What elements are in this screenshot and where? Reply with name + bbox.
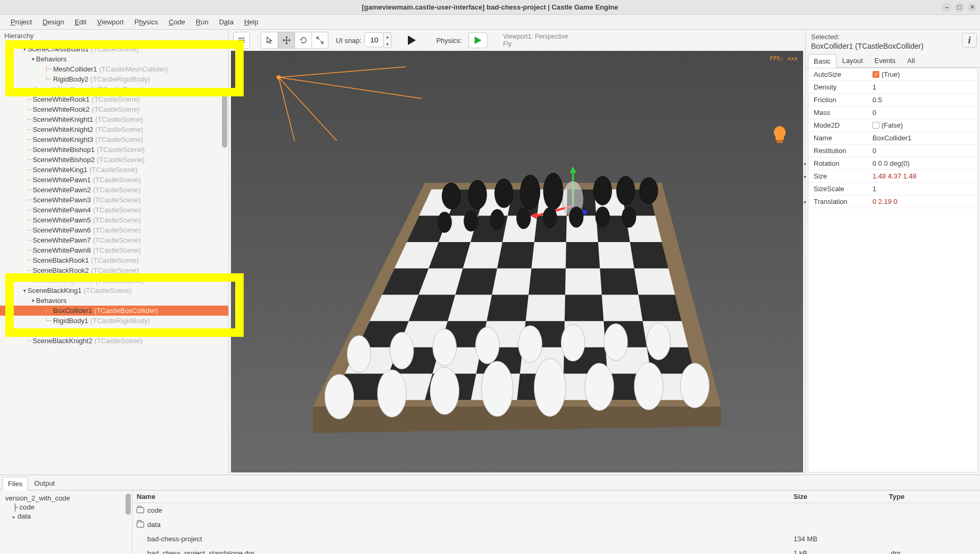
tree-item[interactable]: ─SceneWhitePawn8(TCastleScene) <box>0 245 228 255</box>
property-row[interactable]: ▸Rotation0 0 0 deg(0) <box>808 157 977 170</box>
menu-physics[interactable]: Physics <box>129 16 164 28</box>
tree-item[interactable]: ─SceneWhiteKnight3(TCastleScene) <box>0 135 228 145</box>
property-row[interactable]: AutoSize✓ (True) <box>808 68 977 81</box>
property-row[interactable]: ▸Size1.48 4.37 1.48 <box>808 170 977 183</box>
tree-item[interactable]: ▾Behaviors <box>0 54 228 64</box>
svg-point-52 <box>495 179 513 208</box>
viewport-3d[interactable]: FPS: xxx <box>231 51 803 472</box>
tree-item[interactable]: ▾SceneBlackKing1(TCastleScene) <box>0 285 228 296</box>
snap-step-down[interactable]: ▼ <box>384 40 391 48</box>
play-button[interactable] <box>403 32 420 49</box>
hierarchy-scrollbar[interactable] <box>222 90 227 148</box>
rotate-tool-button[interactable] <box>295 32 311 49</box>
tab-files[interactable]: Files <box>2 477 28 490</box>
tab-all[interactable]: All <box>902 53 921 67</box>
menu-project[interactable]: Project <box>5 16 37 28</box>
property-row[interactable]: Mass0 <box>808 106 977 119</box>
property-row[interactable]: Density1 <box>808 81 977 94</box>
svg-point-65 <box>595 207 610 228</box>
move-tool-button[interactable] <box>278 32 295 49</box>
info-button[interactable]: i <box>962 33 977 48</box>
file-row[interactable]: bad_chess_project_standalone.dpr1 kB.dpr <box>132 546 980 554</box>
cursor-tool-button[interactable] <box>261 32 278 49</box>
window-minimize-button[interactable]: ‒ <box>942 3 951 12</box>
bottom-panel: Files Output version_2_with_code├ code▸d… <box>0 475 980 554</box>
file-row[interactable]: data <box>132 517 980 532</box>
property-row[interactable]: Restitution0 <box>808 145 977 157</box>
property-row[interactable]: ▸Translation0 2.19 0 <box>808 195 977 208</box>
file-header-size[interactable]: Size <box>789 490 885 503</box>
tree-item[interactable]: ─SceneBlackKnight1(TCastleScene) <box>0 326 228 336</box>
tree-item[interactable]: ─SceneBlackRook1(TCastleScene) <box>0 255 228 265</box>
tree-item[interactable]: ├─MeshCollider1(TCastleMeshCollider) <box>0 64 228 74</box>
tree-item[interactable]: ─SceneWhiteBishop1(TCastleScene) <box>0 145 228 155</box>
folder-scrollbar[interactable] <box>126 494 131 515</box>
svg-point-77 <box>430 367 459 414</box>
tree-item[interactable]: ─SceneWhitePawn4(TCastleScene) <box>0 205 228 215</box>
folder-item[interactable]: ▸data <box>3 512 129 521</box>
tree-item[interactable]: ─SceneWhiteRook2(TCastleScene) <box>0 104 228 114</box>
property-row[interactable]: Mode2D (False) <box>808 119 977 132</box>
svg-point-66 <box>622 207 636 228</box>
property-row[interactable]: NameBoxCollider1 <box>808 132 977 145</box>
tree-item[interactable]: ─SceneWhitePawn5(TCastleScene) <box>0 215 228 225</box>
folder-tree[interactable]: version_2_with_code├ code▸data <box>0 490 132 554</box>
tree-item[interactable]: ─SceneBlackQueen1(TCastleScene) <box>0 275 228 285</box>
tree-item[interactable]: ─SceneBlackRook2(TCastleScene) <box>0 265 228 275</box>
tree-item[interactable]: ▾SceneChessBoard1(TCastleScene) <box>0 44 228 54</box>
tree-item[interactable]: ─SceneWhitePawn6(TCastleScene) <box>0 225 228 235</box>
svg-point-69 <box>433 329 457 366</box>
tree-item[interactable]: ─SceneWhitePawn3(TCastleScene) <box>0 195 228 205</box>
svg-marker-27 <box>600 269 639 295</box>
inspector-tabs: Basic Layout Events All <box>806 53 980 68</box>
tree-item[interactable]: ─SceneWhiteQueen1(TCastleScene) <box>0 84 228 94</box>
menu-viewport[interactable]: Viewport <box>92 16 129 28</box>
svg-point-82 <box>680 363 709 408</box>
menu-data[interactable]: Data <box>213 16 238 28</box>
svg-point-76 <box>378 370 407 417</box>
menu-run[interactable]: Run <box>191 16 214 28</box>
tab-events[interactable]: Events <box>869 53 902 67</box>
tree-item[interactable]: ─SceneWhitePawn2(TCastleScene) <box>0 185 228 195</box>
file-list: Name Size Type codedatabad-chess-project… <box>132 490 980 554</box>
folder-item[interactable]: version_2_with_code <box>3 494 129 503</box>
ui-snap-label: UI snap: <box>336 37 361 44</box>
tree-item[interactable]: ─SceneWhitePawn1(TCastleScene) <box>0 175 228 185</box>
window-maximize-button[interactable]: ▢ <box>955 3 964 12</box>
file-row[interactable]: code <box>132 503 980 517</box>
file-header-name[interactable]: Name <box>132 490 789 503</box>
tab-layout[interactable]: Layout <box>836 53 869 67</box>
tree-item[interactable]: ─SceneWhiteKnight2(TCastleScene) <box>0 124 228 135</box>
svg-point-62 <box>516 208 531 229</box>
tree-item[interactable]: ▾Behaviors <box>0 296 228 306</box>
tab-output[interactable]: Output <box>28 476 60 490</box>
folder-item[interactable]: ├ code <box>3 503 129 512</box>
physics-play-button[interactable] <box>468 32 487 48</box>
svg-point-7 <box>277 75 281 79</box>
hamburger-button[interactable] <box>233 32 250 49</box>
menu-edit[interactable]: Edit <box>69 16 92 28</box>
svg-marker-26 <box>529 269 566 295</box>
menu-design[interactable]: Design <box>37 16 69 28</box>
window-close-button[interactable]: ✕ <box>967 3 977 12</box>
scale-tool-button[interactable] <box>311 32 328 49</box>
property-row[interactable]: Friction0.5 <box>808 94 977 106</box>
property-row[interactable]: SizeScale1 <box>808 183 977 195</box>
menu-code[interactable]: Code <box>164 16 191 28</box>
tree-item[interactable]: ─SceneWhiteKing1(TCastleScene) <box>0 165 228 175</box>
tree-item[interactable]: ─SceneBlackKnight2(TCastleScene) <box>0 336 228 346</box>
ui-snap-input[interactable] <box>364 32 384 47</box>
tab-basic[interactable]: Basic <box>808 54 836 68</box>
tree-item[interactable]: ─SceneWhiteBishop2(TCastleScene) <box>0 155 228 165</box>
tree-item[interactable]: └─RigidBody1(TCastleRigidBody) <box>0 316 228 326</box>
tree-item[interactable]: ├─BoxCollider1(TCastleBoxCollider) <box>0 306 228 316</box>
menu-help[interactable]: Help <box>239 16 264 28</box>
tree-item[interactable]: ─SceneWhiteRook1(TCastleScene) <box>0 94 228 104</box>
snap-step-up[interactable]: ▲ <box>384 33 391 40</box>
tree-item[interactable]: ─SceneWhitePawn7(TCastleScene) <box>0 235 228 245</box>
tree-item[interactable]: └─RigidBody2(TCastleRigidBody) <box>0 74 228 84</box>
file-row[interactable]: bad-chess-project134 MB <box>132 532 980 546</box>
tree-item[interactable]: ─SceneWhiteKnight1(TCastleScene) <box>0 114 228 124</box>
file-header-type[interactable]: Type <box>885 490 980 503</box>
hierarchy-tree[interactable]: ▾SceneChessBoard1(TCastleScene)▾Behavior… <box>0 44 228 346</box>
